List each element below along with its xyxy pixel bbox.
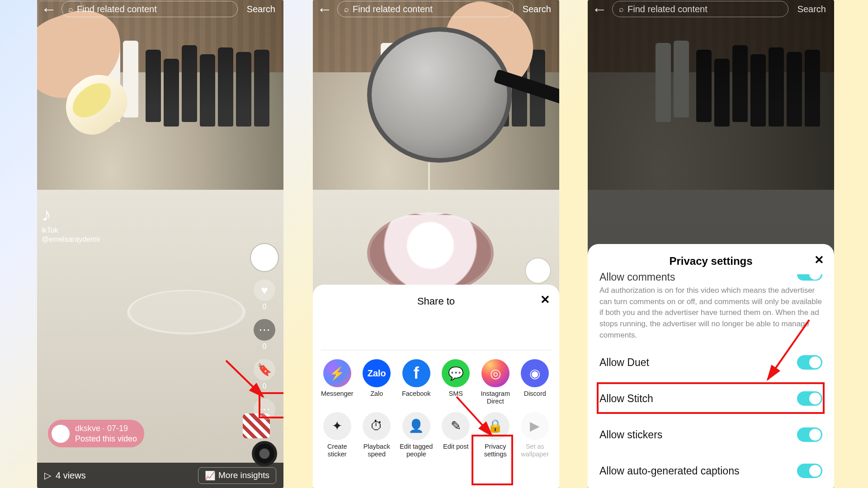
comment-count: 0 (263, 343, 267, 351)
sticker-icon: ✦ (323, 412, 351, 440)
messenger-icon: ⚡ (323, 359, 351, 387)
share-discord[interactable]: ◉ Discord (515, 359, 555, 406)
more-insights-button[interactable]: 📈 More insights (198, 467, 276, 484)
top-bar: ← ⌕ Find related content Search (313, 0, 559, 18)
more-button[interactable]: ⋯ (254, 399, 275, 420)
person-icon: 👤 (402, 412, 430, 440)
sheet-title: Share to (417, 296, 455, 307)
top-bar: ← ⌕ Find related content Search (37, 0, 283, 18)
search-button[interactable]: Search (518, 4, 556, 14)
video-background (37, 0, 283, 488)
lock-icon: 🔒 (481, 412, 509, 440)
close-button[interactable]: ✕ (540, 293, 550, 307)
sms-icon: 💬 (442, 359, 470, 387)
close-button[interactable]: ✕ (814, 253, 824, 267)
profile-avatar[interactable] (526, 258, 550, 283)
tiktok-watermark: ♪ ikTok @emelsaraydemir (42, 203, 100, 244)
toggle-allow-captions[interactable] (797, 464, 822, 478)
wallpaper-icon: ▶ (521, 412, 549, 440)
pencil-icon: ✎ (442, 412, 470, 440)
bookmark-count: 0 (263, 382, 267, 390)
share-sheet: Share to ✕ ⚡ Messenger Zalo Zalo f Faceb… (313, 285, 559, 488)
toggle-allow-stickers[interactable] (797, 427, 822, 442)
search-pill[interactable]: ⌕ Find related content (61, 1, 238, 17)
action-edit-post[interactable]: ✎ Edit post (436, 412, 476, 459)
ad-authorization-description: Ad authorization is on for this video wh… (599, 283, 822, 344)
search-button[interactable]: Search (242, 4, 280, 14)
share-zalo[interactable]: Zalo Zalo (357, 359, 397, 406)
action-playback-speed[interactable]: ⏱ Playback speed (357, 412, 397, 459)
like-count: 0 (263, 303, 267, 311)
discord-icon: ◉ (521, 359, 549, 387)
row-allow-captions: Allow auto-generated captions (599, 453, 822, 488)
facebook-icon: f (402, 359, 430, 387)
privacy-title: Privacy settings (669, 255, 752, 267)
row-allow-stickers: Allow stickers (599, 417, 822, 453)
views-label[interactable]: ▷ 4 views (44, 470, 86, 481)
row-allow-duet: Allow Duet (599, 344, 822, 380)
search-icon: ⌕ (68, 5, 73, 14)
search-pill[interactable]: ⌕ Find related content (612, 1, 788, 17)
screenshot-panel-3: ← ⌕ Find related content Search Privacy … (588, 0, 834, 488)
action-edit-tagged[interactable]: 👤 Edit tagged people (396, 412, 436, 459)
back-button[interactable]: ← (316, 1, 333, 17)
action-create-sticker[interactable]: ✦ Create sticker (317, 412, 357, 459)
instagram-icon: ◎ (481, 359, 509, 387)
privacy-sheet: Privacy settings ✕ Allow comments Ad aut… (588, 244, 834, 488)
action-rail: ♥ 0 ⋯ 0 🔖 0 ⋯ (251, 244, 278, 466)
share-sms[interactable]: 💬 SMS (436, 359, 476, 406)
comment-button[interactable]: ⋯ (254, 319, 275, 341)
toggle-allow-stitch[interactable] (797, 391, 822, 406)
bottom-bar: ▷ 4 views 📈 More insights (37, 463, 283, 488)
like-button[interactable]: ♥ (254, 279, 275, 301)
toggle-allow-comments[interactable] (797, 274, 822, 281)
search-pill[interactable]: ⌕ Find related content (337, 1, 514, 17)
pill-avatar (52, 425, 70, 443)
screenshot-panel-1: ♪ ikTok @emelsaraydemir ← ⌕ Find related… (37, 0, 283, 488)
profile-avatar[interactable] (251, 244, 278, 271)
row-allow-stitch: Allow Stitch (599, 380, 822, 417)
back-button[interactable]: ← (591, 1, 608, 17)
search-button[interactable]: Search (793, 4, 830, 14)
post-actions-row: ✦ Create sticker ⏱ Playback speed 👤 Edit… (313, 412, 559, 459)
posted-pill[interactable]: dkskve · 07-19 Posted this video (48, 420, 144, 447)
top-bar: ← ⌕ Find related content Search (588, 0, 834, 18)
sound-disc[interactable] (252, 441, 277, 466)
search-icon: ⌕ (344, 5, 349, 14)
row-allow-comments-label: Allow comments (599, 271, 675, 283)
share-apps-row: ⚡ Messenger Zalo Zalo f Facebook 💬 SMS ◎… (313, 359, 559, 406)
search-placeholder: Find related content (77, 4, 157, 14)
bookmark-button[interactable]: 🔖 (254, 359, 275, 380)
play-icon: ▷ (44, 470, 51, 481)
share-facebook[interactable]: f Facebook (396, 359, 436, 406)
toggle-allow-duet[interactable] (797, 355, 822, 370)
speed-icon: ⏱ (363, 412, 391, 440)
back-button[interactable]: ← (41, 1, 57, 17)
share-messenger[interactable]: ⚡ Messenger (317, 359, 357, 406)
zalo-icon: Zalo (363, 359, 391, 387)
search-icon: ⌕ (619, 5, 624, 14)
action-privacy-settings[interactable]: 🔒 Privacy settings (476, 412, 515, 459)
screenshot-panel-2: ← ⌕ Find related content Search Share to… (313, 0, 559, 488)
chart-icon: 📈 (205, 470, 216, 481)
action-set-wallpaper[interactable]: ▶ Set as wallpaper (515, 412, 555, 459)
share-instagram-direct[interactable]: ◎ Instagram Direct (476, 359, 515, 406)
